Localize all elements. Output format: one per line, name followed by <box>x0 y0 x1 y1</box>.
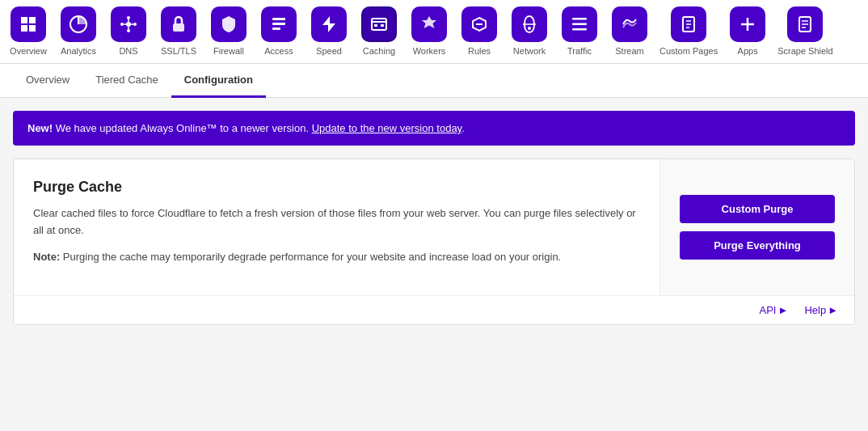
sidebar-item-rules[interactable]: Rules <box>454 0 504 63</box>
nav-label-overview: Overview <box>10 46 47 57</box>
custom-purge-button[interactable]: Custom Purge <box>680 195 835 223</box>
stream-icon <box>612 6 647 42</box>
nav-label-caching: Caching <box>363 46 395 57</box>
sidebar-item-scrape-shield[interactable]: Scrape Shield <box>773 0 838 63</box>
purge-cache-description: Clear cached files to force Cloudflare t… <box>33 205 640 239</box>
svg-point-6 <box>126 22 131 27</box>
notification-banner: New! We have updated Always Online™ to a… <box>13 111 855 146</box>
analytics-icon <box>61 6 96 42</box>
sidebar-item-dns[interactable]: DNS <box>103 0 154 63</box>
svg-point-9 <box>120 23 124 26</box>
card-footer: API ► Help ► <box>14 295 854 324</box>
firewall-icon <box>211 6 246 42</box>
help-link[interactable]: Help ► <box>804 304 838 316</box>
apps-icon <box>730 6 765 42</box>
card-actions: Custom Purge Purge Everything <box>660 159 854 294</box>
nav-label-dns: DNS <box>119 46 137 57</box>
svg-rect-30 <box>572 28 587 31</box>
api-chevron-icon: ► <box>778 304 789 316</box>
svg-rect-1 <box>29 17 36 23</box>
sidebar-item-apps[interactable]: Apps <box>723 0 773 63</box>
svg-rect-28 <box>572 18 587 20</box>
svg-rect-23 <box>381 24 384 27</box>
nav-label-rules: Rules <box>468 46 491 57</box>
sidebar-item-ssl-tls[interactable]: SSL/TLS <box>154 0 204 63</box>
traffic-icon <box>562 6 597 42</box>
ssl-tls-icon <box>161 6 196 42</box>
sidebar-item-firewall[interactable]: Firewall <box>204 0 254 63</box>
scrape-shield-icon <box>787 6 823 42</box>
dns-icon <box>111 6 146 42</box>
custom-pages-icon <box>671 6 706 42</box>
svg-point-7 <box>127 16 130 19</box>
tab-tiered-cache[interactable]: Tiered Cache <box>82 64 171 98</box>
svg-marker-19 <box>322 16 335 32</box>
nav-label-traffic: Traffic <box>567 46 592 57</box>
svg-rect-15 <box>173 23 184 32</box>
nav-label-analytics: Analytics <box>61 46 96 57</box>
sidebar-item-traffic[interactable]: Traffic <box>554 0 605 63</box>
nav-label-speed: Speed <box>316 46 342 57</box>
nav-label-workers: Workers <box>413 46 446 57</box>
card-main-content: Purge Cache Clear cached files to force … <box>14 159 854 294</box>
svg-point-10 <box>133 23 137 26</box>
nav-label-scrape-shield: Scrape Shield <box>777 46 833 57</box>
nav-label-ssl-tls: SSL/TLS <box>161 46 196 57</box>
main-content: New! We have updated Always Online™ to a… <box>0 98 868 337</box>
sidebar-item-overview[interactable]: Overview <box>3 0 53 63</box>
api-link[interactable]: API ► <box>760 304 789 316</box>
svg-rect-3 <box>29 25 36 32</box>
nav-label-network: Network <box>513 46 546 57</box>
card-body: Purge Cache Clear cached files to force … <box>14 159 660 294</box>
nav-label-stream: Stream <box>615 46 643 57</box>
network-icon <box>512 6 547 42</box>
note-text: Purging the cache may temporarily degrad… <box>60 251 561 263</box>
caching-icon <box>361 6 397 42</box>
nav-label-apps: Apps <box>738 46 758 57</box>
nav-label-custom-pages: Custom Pages <box>659 46 718 57</box>
svg-rect-17 <box>272 23 285 25</box>
help-chevron-icon: ► <box>828 304 838 316</box>
help-label: Help <box>804 304 826 316</box>
sidebar-item-analytics[interactable]: Analytics <box>53 0 103 63</box>
svg-point-26 <box>528 27 531 30</box>
svg-rect-20 <box>372 19 386 30</box>
api-label: API <box>760 304 777 316</box>
svg-rect-18 <box>272 27 280 30</box>
sidebar-item-caching[interactable]: Caching <box>354 0 404 63</box>
svg-rect-22 <box>374 24 377 27</box>
nav-label-access: Access <box>264 46 293 57</box>
svg-rect-16 <box>272 18 285 20</box>
workers-icon <box>411 6 447 42</box>
purge-cache-title: Purge Cache <box>33 179 640 196</box>
banner-suffix: . <box>461 122 465 134</box>
tab-configuration[interactable]: Configuration <box>171 64 266 98</box>
svg-rect-2 <box>21 25 27 32</box>
tab-overview[interactable]: Overview <box>13 64 82 98</box>
svg-point-8 <box>127 29 130 32</box>
access-icon <box>261 6 297 42</box>
purge-cache-note: Note: Purging the cache may temporarily … <box>33 249 640 266</box>
purge-cache-card: Purge Cache Clear cached files to force … <box>13 158 855 324</box>
banner-text: We have updated Always Online™ to a newe… <box>53 122 312 134</box>
sidebar-item-stream[interactable]: Stream <box>605 0 655 63</box>
sub-navigation: Overview Tiered Cache Configuration <box>0 64 868 98</box>
banner-link[interactable]: Update to the new version today <box>312 122 462 134</box>
sidebar-item-speed[interactable]: Speed <box>304 0 354 63</box>
sidebar-item-network[interactable]: Network <box>504 0 554 63</box>
sidebar-item-access[interactable]: Access <box>254 0 304 63</box>
nav-label-firewall: Firewall <box>213 46 244 57</box>
note-prefix: Note: <box>33 251 60 263</box>
sidebar-item-custom-pages[interactable]: Custom Pages <box>655 0 723 63</box>
svg-rect-29 <box>572 23 587 26</box>
overview-icon <box>11 6 46 42</box>
top-navigation: Overview Analytics DNS SSL/TLS Firewall … <box>0 0 868 64</box>
sidebar-item-workers[interactable]: Workers <box>404 0 454 63</box>
svg-rect-0 <box>21 17 27 23</box>
speed-icon <box>311 6 347 42</box>
rules-icon <box>461 6 497 42</box>
banner-prefix: New! <box>27 122 53 134</box>
purge-everything-button[interactable]: Purge Everything <box>680 231 835 260</box>
